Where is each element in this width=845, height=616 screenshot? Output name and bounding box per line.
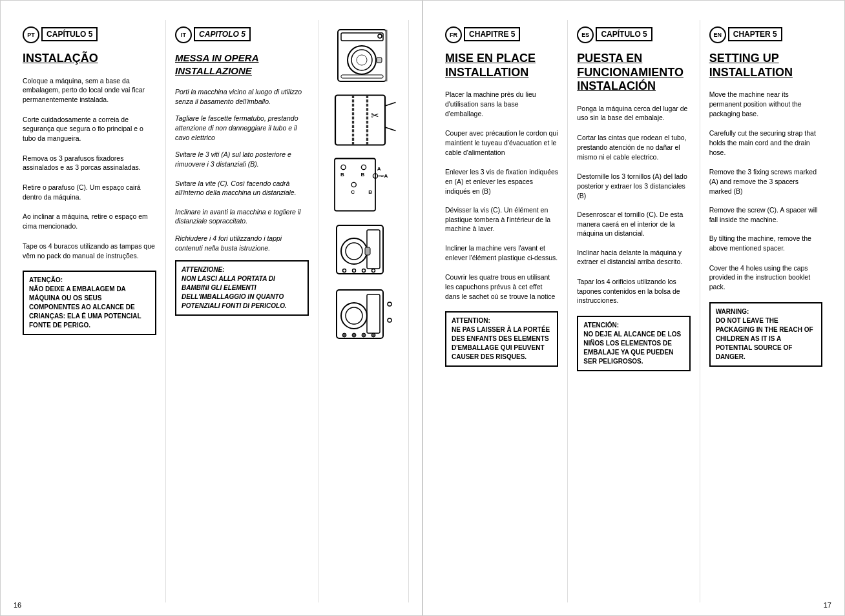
en-chapter-label: CHAPTER 5 — [728, 27, 782, 41]
en-instruction-1: Move the machine near its permanent posi… — [709, 90, 822, 118]
machine-image-3: A • A B B C B — [328, 156, 399, 214]
pt-section-title: INSTALAÇÃO — [23, 52, 156, 66]
svg-point-17 — [351, 182, 356, 187]
en-instruction-4: Cover the 4 holes using the caps provide… — [709, 263, 822, 292]
it-instruction-4: Richiudere i 4 fori utilizzando i tappi … — [175, 234, 309, 252]
machine-image-2: ✂ — [328, 91, 399, 149]
it-instruction-1: Porti la macchina vicino al luogo di uti… — [175, 87, 309, 106]
svg-point-4 — [357, 55, 367, 65]
svg-point-37 — [341, 303, 367, 329]
svg-point-15 — [361, 165, 366, 169]
en-lang-icon: EN — [709, 26, 726, 43]
svg-point-14 — [340, 165, 345, 169]
svg-point-28 — [341, 238, 367, 264]
svg-text:B: B — [340, 172, 344, 178]
pt-instruction-5: Ao inclinar a máquina, retire o espaço e… — [23, 212, 156, 231]
svg-text:A: A — [377, 166, 381, 172]
svg-point-39 — [342, 333, 346, 337]
es-instruction-1: Ponga la máquina cerca del lugar de uso … — [577, 104, 690, 123]
es-column: ES CAPÍTULO 5 PUESTA EN FUNCIONAMIENTO I… — [568, 20, 700, 602]
it-section-title: MESSA IN OPERA INSTALLAZIONE — [175, 52, 309, 77]
fr-instruction-2: Couper avec précaution le cordon qui mai… — [445, 128, 558, 157]
pt-warning: ATENÇÃO: NÃO DEIXE A EMBALAGEM DA MÁQUIN… — [23, 271, 156, 335]
it-column: IT CAPITOLO 5 MESSA IN OPERA INSTALLAZIO… — [166, 20, 318, 602]
es-section-title: PUESTA EN FUNCIONAMIENTO INSTALACIÓN — [577, 52, 690, 94]
it-chapter-label: CAPITOLO 5 — [194, 27, 251, 41]
es-lang-icon: ES — [577, 26, 594, 43]
pt-chapter-label: CAPÍTULO 5 — [41, 27, 98, 41]
svg-rect-26 — [337, 225, 383, 274]
svg-point-42 — [371, 333, 375, 337]
svg-point-40 — [352, 333, 356, 337]
fr-instruction-3: Enlever les 3 vis de fixation indiquées … — [445, 167, 558, 262]
svg-point-3 — [351, 50, 372, 70]
svg-point-31 — [342, 269, 346, 272]
pt-column: PT CAPÍTULO 5 INSTALAÇÃO Coloque a máqui… — [14, 20, 166, 602]
svg-point-41 — [362, 333, 366, 337]
svg-rect-1 — [341, 33, 383, 41]
svg-rect-36 — [367, 294, 380, 333]
fr-chapter-label: CHAPITRE 5 — [464, 27, 520, 41]
svg-point-38 — [346, 307, 362, 324]
machine-image-4 — [328, 220, 399, 278]
en-instruction-3: Remove the 3 fixing screws marked (A) an… — [709, 167, 822, 252]
pt-instruction-3: Remova os 3 parafusos fixadores assinala… — [23, 154, 156, 172]
svg-point-33 — [362, 269, 365, 272]
svg-rect-30 — [365, 247, 370, 255]
left-page: PT CAPÍTULO 5 INSTALAÇÃO Coloque a máqui… — [0, 0, 422, 616]
images-column: ✂ A • — [318, 20, 409, 602]
svg-line-11 — [385, 127, 396, 131]
svg-text:✂: ✂ — [371, 110, 379, 121]
right-page-number: 17 — [824, 601, 831, 609]
en-instruction-2: Carefully cut the securing strap that ho… — [709, 128, 822, 157]
it-instruction-3: Svitare le 3 viti (A) sul lato posterior… — [175, 150, 309, 226]
svg-line-10 — [385, 103, 396, 107]
es-warning: ATENCIÓN: NO DEJE AL ALCANCE DE LOS NIÑO… — [577, 316, 690, 371]
svg-point-5 — [378, 34, 382, 38]
svg-point-44 — [388, 318, 391, 322]
fr-instruction-1: Placer la machine près du lieu d'utilisa… — [445, 90, 558, 118]
fr-warning: ATTENTION: NE PAS LAISSER À LA PORTÉE DE… — [445, 311, 558, 367]
pt-instruction-1: Coloque a máquina, sem a base da embalag… — [23, 76, 156, 105]
machine-image-5 — [328, 285, 399, 343]
svg-text:A: A — [384, 173, 388, 179]
pt-instruction-4: Retire o parafuso (C). Um espaço cairá d… — [23, 183, 156, 201]
fr-column: FR CHAPITRE 5 MISE EN PLACE INSTALLATION… — [436, 20, 568, 602]
svg-point-32 — [352, 269, 355, 272]
svg-rect-7 — [377, 57, 382, 63]
es-instruction-2: Cortar las cintas que rodean el tubo, pr… — [577, 133, 690, 161]
it-lang-icon: IT — [175, 26, 192, 43]
fr-section-title: MISE EN PLACE INSTALLATION — [445, 52, 558, 79]
svg-point-29 — [346, 243, 362, 260]
svg-rect-35 — [337, 290, 383, 338]
svg-text:C: C — [351, 189, 355, 195]
en-warning: WARNING: DO NOT LEAVE THE PACKAGING IN T… — [709, 302, 822, 367]
svg-point-43 — [388, 302, 391, 306]
pt-instruction-6: Tape os 4 buracos utilizando as tampas q… — [23, 241, 156, 260]
pt-instruction-2: Corte cuidadosamente a correia de segura… — [23, 115, 156, 143]
pt-lang-icon: PT — [23, 26, 39, 43]
fr-instruction-4: Couvrir les quatre trous en utilisant le… — [445, 272, 558, 301]
it-instruction-2: Tagliare le fascette fermatubo, prestand… — [175, 114, 309, 142]
en-section-title: SETTING UP INSTALLATION — [709, 52, 822, 79]
svg-text:B: B — [360, 172, 364, 178]
svg-rect-6 — [341, 75, 383, 78]
svg-point-34 — [371, 269, 375, 272]
page-spread: PT CAPÍTULO 5 INSTALAÇÃO Coloque a máqui… — [0, 0, 845, 616]
es-instruction-3: Destornille los 3 tornillos (A) del lado… — [577, 172, 690, 267]
es-instruction-4: Tapar los 4 orificios utilizando los tap… — [577, 277, 690, 305]
right-page: FR CHAPITRE 5 MISE EN PLACE INSTALLATION… — [422, 0, 845, 616]
machine-image-1 — [328, 26, 399, 85]
svg-text:B: B — [368, 189, 372, 195]
fr-lang-icon: FR — [445, 26, 462, 43]
es-chapter-label: CAPÍTULO 5 — [596, 27, 652, 41]
it-warning: ATTENZIONE: NON LASCI ALLA PORTATA DI BA… — [175, 260, 309, 316]
en-column: EN CHAPTER 5 SETTING UP INSTALLATION Mov… — [700, 20, 831, 602]
left-page-number: 16 — [14, 601, 21, 609]
